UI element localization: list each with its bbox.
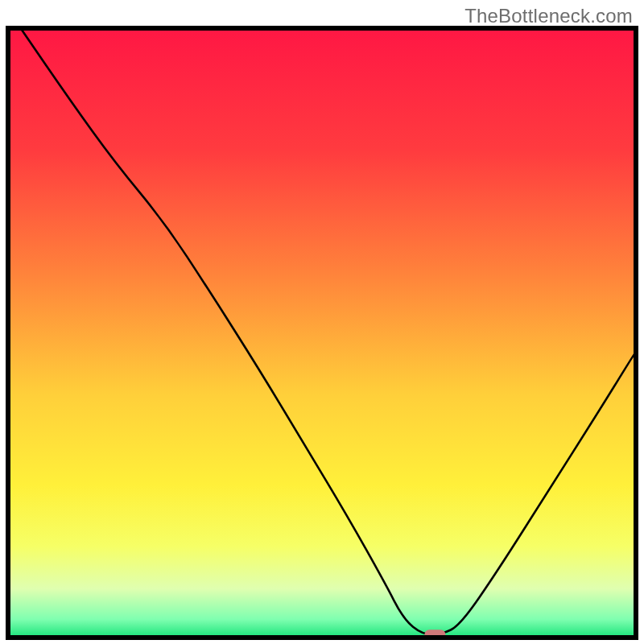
chart-svg (0, 0, 644, 644)
plot-background (8, 28, 636, 638)
watermark-text: TheBottleneck.com (464, 5, 633, 27)
chart-container: TheBottleneck.com (0, 0, 644, 644)
